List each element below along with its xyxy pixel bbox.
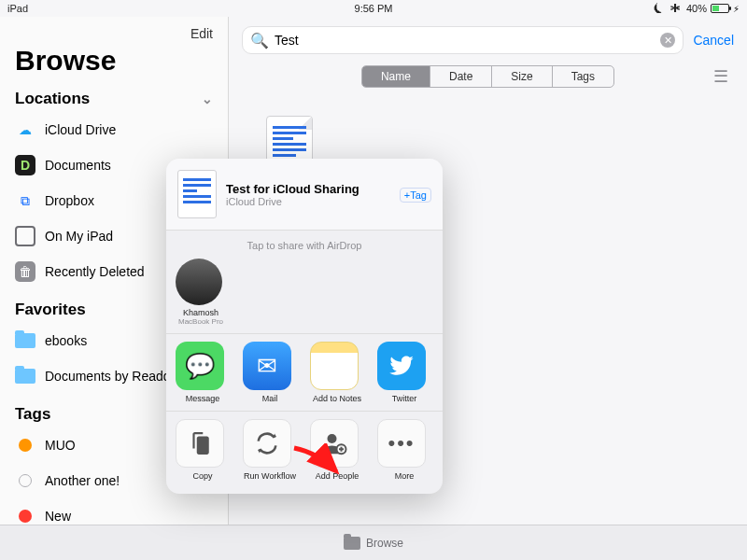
list-view-button[interactable]: ☰: [713, 66, 728, 87]
tag-dot-icon: [15, 506, 35, 526]
status-right: ⏾ ✱ 40% ⚡︎: [654, 3, 740, 14]
sort-option-size[interactable]: Size: [492, 66, 552, 87]
action-run-workflow[interactable]: Run Workflow: [243, 419, 297, 481]
sidebar-title: Browse: [0, 41, 228, 86]
more-icon: •••: [377, 419, 426, 468]
share-app-mail[interactable]: ✉︎ Mail: [243, 342, 297, 403]
search-icon: 🔍: [250, 32, 269, 49]
share-file-name: Test for iCloud Sharing: [226, 182, 359, 196]
airdrop-target[interactable]: Khamosh MacBook Pro: [176, 259, 226, 326]
workflow-icon: [243, 419, 291, 468]
battery-percent: 40%: [686, 3, 707, 14]
action-add-people[interactable]: Add People: [310, 419, 364, 481]
edit-button[interactable]: Edit: [190, 26, 213, 41]
search-input[interactable]: [275, 33, 655, 48]
sort-option-date[interactable]: Date: [430, 66, 492, 87]
share-app-message[interactable]: 💬 Message: [176, 342, 230, 403]
add-tag-button[interactable]: +Tag: [400, 188, 431, 203]
twitter-icon: [377, 342, 426, 390]
clear-search-button[interactable]: ✕: [660, 33, 675, 48]
documents-app-icon: D: [15, 155, 35, 175]
sort-segmented-control: Name Date Size Tags: [361, 65, 614, 88]
share-app-twitter[interactable]: Twitter: [377, 342, 431, 403]
airdrop-hint: Tap to share with AirDrop: [176, 238, 433, 259]
document-icon: [177, 170, 217, 218]
chevron-down-icon: ⌄: [202, 91, 213, 106]
action-more[interactable]: ••• More: [377, 419, 431, 481]
browse-tab-label[interactable]: Browse: [366, 537, 403, 550]
share-sheet: Test for iCloud Sharing iCloud Drive +Ta…: [166, 159, 443, 494]
device-label: iPad: [7, 3, 28, 14]
dropbox-icon: ⧉: [15, 190, 35, 211]
folder-icon: [15, 330, 35, 351]
add-people-icon: [310, 419, 359, 468]
browse-tab-icon[interactable]: [344, 537, 360, 550]
tag-dot-icon: [15, 435, 35, 455]
share-app-notes[interactable]: Add to Notes: [310, 342, 364, 403]
locations-header[interactable]: Locations ⌄: [0, 86, 228, 112]
charging-icon: ⚡︎: [733, 4, 740, 14]
cloud-icon: ☁︎: [15, 119, 35, 140]
bottom-toolbar: Browse: [0, 525, 747, 560]
folder-icon: [15, 366, 35, 386]
status-icons: ⏾ ✱: [654, 3, 683, 14]
message-icon: 💬: [176, 342, 224, 390]
battery-icon: [711, 4, 729, 13]
airdrop-avatar-icon: [176, 259, 222, 305]
notes-icon: [310, 342, 359, 390]
status-bar: iPad 9:56 PM ⏾ ✱ 40% ⚡︎: [0, 0, 747, 17]
sidebar-item-icloud-drive[interactable]: ☁︎ iCloud Drive: [0, 112, 228, 147]
cancel-button[interactable]: Cancel: [693, 33, 734, 48]
copy-icon: [176, 419, 224, 468]
sort-option-tags[interactable]: Tags: [553, 66, 613, 87]
search-field[interactable]: 🔍 ✕: [242, 26, 684, 54]
trash-icon: 🗑: [15, 261, 35, 282]
mail-icon: ✉︎: [243, 342, 291, 390]
share-file-location: iCloud Drive: [226, 196, 359, 207]
svg-point-0: [328, 434, 337, 443]
sort-option-name[interactable]: Name: [362, 66, 430, 87]
clock: 9:56 PM: [355, 3, 393, 14]
tag-ring-icon: [15, 470, 35, 491]
ipad-icon: [15, 226, 35, 246]
action-copy[interactable]: Copy: [176, 419, 230, 481]
